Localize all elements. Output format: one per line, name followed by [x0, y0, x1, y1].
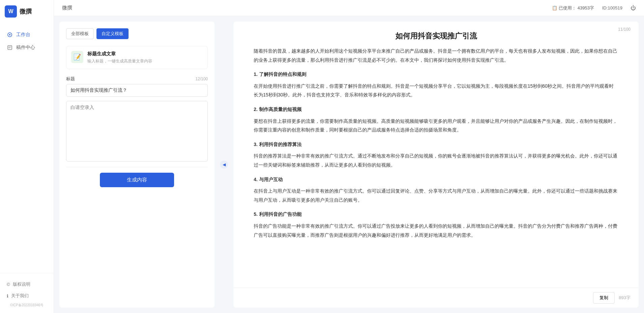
right-panel: 如何用抖音实现推广引流 11/100 随着抖音的普及，越来越多的人开始利用这个短…	[233, 22, 639, 308]
usage-label: 已使用：	[559, 5, 576, 11]
section-para: 抖音的广告功能是一种非常有效的推广引流方式。你可以通过广告投放来让更多的人看到你…	[254, 222, 618, 239]
article-footer: 复制 893字	[233, 288, 639, 308]
topbar-title: 微撰	[62, 5, 72, 11]
main: 微撰 📋 已使用： 43953字 ID:100519 ⏻ 全部模板 自定义模板 …	[54, 0, 644, 313]
drafts-icon	[7, 45, 13, 51]
content-textarea[interactable]	[66, 101, 208, 162]
copy-button[interactable]: 复制	[593, 292, 615, 304]
sidebar-item-workbench[interactable]: 工作台	[0, 28, 54, 41]
tab-all-templates[interactable]: 全部模板	[66, 28, 94, 39]
usage-icon: 📋	[552, 5, 557, 10]
title-label-row: 标题 12/100	[66, 76, 208, 82]
sidebar-item-label-drafts: 稿件中心	[16, 45, 35, 51]
article-header: 如何用抖音实现推广引流	[233, 22, 639, 47]
content-wrap: 全部模板 自定义模板 📝 标题生成文章 输入标题，一键生成高质量文章内容 标题 …	[54, 16, 644, 313]
title-input[interactable]	[66, 84, 208, 97]
topbar-right: 📋 已使用： 43953字 ID:100519 ⏻	[552, 5, 636, 11]
id-info: ID:100519	[602, 5, 622, 10]
title-count: 12/100	[195, 77, 208, 81]
about-label: 关于我们	[11, 293, 29, 299]
template-card[interactable]: 📝 标题生成文章 输入标题，一键生成高质量文章内容	[66, 46, 208, 69]
section-para: 要想在抖音上获得更多的流量，你需要制作高质量的短视频。高质量的短视频能够吸引更多…	[254, 117, 618, 135]
section-heading: 1. 了解抖音的特点和规则	[254, 70, 618, 79]
section-heading: 3. 利用抖音的推荐算法	[254, 140, 618, 149]
sidebar-item-drafts[interactable]: 稿件中心	[0, 41, 54, 54]
article-body: 随着抖音的普及，越来越多的人开始利用这个短视频分享平台来推广自己的产品或服务。抖…	[233, 47, 639, 288]
left-panel: 全部模板 自定义模板 📝 标题生成文章 输入标题，一键生成高质量文章内容 标题 …	[59, 22, 215, 308]
copyright-icon: ©	[7, 282, 10, 287]
sidebar-item-about[interactable]: ℹ 关于我们	[0, 290, 54, 302]
divider	[66, 167, 208, 167]
card-desc: 输入标题，一键生成高质量文章内容	[87, 58, 152, 64]
usage-count: 43953字	[578, 5, 594, 11]
card-title: 标题生成文章	[87, 51, 152, 57]
generate-button[interactable]: 生成内容	[100, 173, 174, 187]
article-title: 如何用抖音实现推广引流	[254, 31, 618, 41]
word-count: 893字	[619, 295, 631, 301]
section-para: 抖音的推荐算法是一种非常有效的推广引流方式。通过不断地发布和分享自己的短视频，你…	[254, 151, 618, 169]
sidebar-bottom: © 版权说明 ℹ 关于我们 ©ICP备2022016946号	[0, 273, 54, 313]
usage-info: 📋 已使用： 43953字	[552, 5, 594, 11]
logo-area: W 微撰	[0, 0, 54, 23]
section-heading: 4. 与用户互动	[254, 175, 618, 184]
logo-letter: W	[8, 8, 13, 15]
sidebar-item-label-workbench: 工作台	[16, 32, 30, 38]
section-para: 在抖音上与用户互动是一种非常有效的推广引流方式。你可以通过回复评论、点赞、分享等…	[254, 187, 618, 204]
tab-custom-templates[interactable]: 自定义模板	[96, 28, 129, 39]
svg-point-1	[9, 34, 10, 35]
section-para: 在开始使用抖音进行推广引流之前，你需要了解抖音的特点和规则。抖音是一个短视频分享…	[254, 82, 618, 99]
card-info: 标题生成文章 输入标题，一键生成高质量文章内容	[87, 51, 152, 64]
logo-icon: W	[5, 5, 17, 18]
about-icon: ℹ	[7, 293, 8, 298]
title-label: 标题	[66, 76, 75, 82]
article-page-count: 11/100	[618, 27, 631, 32]
collapse-arrow[interactable]: ◀	[220, 161, 228, 169]
section-para: 随着抖音的普及，越来越多的人开始利用这个短视频分享平台来推广自己的产品或服务。抖…	[254, 47, 618, 64]
sidebar: W 微撰 工作台 稿件中心 ©	[0, 0, 54, 313]
topbar: 微撰 📋 已使用： 43953字 ID:100519 ⏻	[54, 0, 644, 16]
power-icon[interactable]: ⏻	[631, 5, 636, 11]
sidebar-item-copyright[interactable]: © 版权说明	[0, 279, 54, 290]
section-heading: 2. 制作高质量的短视频	[254, 105, 618, 114]
sidebar-nav: 工作台 稿件中心	[0, 23, 54, 273]
section-heading: 5. 利用抖音的广告功能	[254, 210, 618, 219]
logo-text: 微撰	[20, 7, 32, 16]
copyright-label: 版权说明	[13, 281, 30, 287]
card-icon: 📝	[71, 51, 83, 63]
svg-rect-2	[8, 46, 12, 50]
template-tabs: 全部模板 自定义模板	[66, 28, 208, 39]
icp-text: ©ICP备2022016946号	[0, 302, 54, 310]
workbench-icon	[7, 32, 13, 38]
